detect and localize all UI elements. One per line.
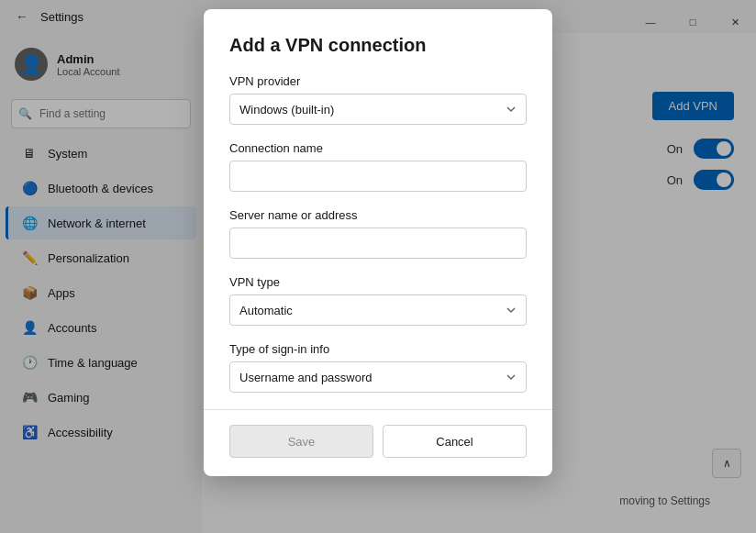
sign-in-type-select[interactable]: Username and password [229,361,527,393]
dialog-divider [204,409,552,410]
save-button[interactable]: Save [229,425,373,458]
cancel-button[interactable]: Cancel [383,425,527,458]
dialog-title: Add a VPN connection [229,35,527,56]
vpn-type-label: VPN type [229,275,527,289]
dialog-overlay: Add a VPN connection VPN provider Window… [0,0,756,533]
server-name-input[interactable] [229,228,527,259]
vpn-provider-select[interactable]: Windows (built-in) [229,94,527,125]
connection-name-label: Connection name [229,141,527,155]
connection-name-field: Connection name [229,141,527,192]
connection-name-input[interactable] [229,161,527,192]
vpn-type-field: VPN type Automatic [229,275,527,326]
sign-in-type-label: Type of sign-in info [229,342,527,356]
add-vpn-dialog: Add a VPN connection VPN provider Window… [204,9,552,476]
vpn-type-select[interactable]: Automatic [229,294,527,326]
vpn-provider-field: VPN provider Windows (built-in) [229,74,527,125]
dialog-footer: Save Cancel [229,425,527,458]
vpn-provider-label: VPN provider [229,74,527,88]
server-name-field: Server name or address [229,208,527,259]
server-name-label: Server name or address [229,208,527,222]
sign-in-type-field: Type of sign-in info Username and passwo… [229,342,527,393]
